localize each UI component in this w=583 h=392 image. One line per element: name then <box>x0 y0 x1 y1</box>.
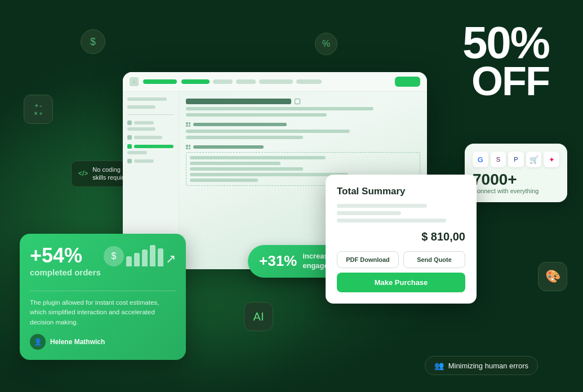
ts-bar-3 <box>337 219 446 222</box>
paypal-icon: P <box>508 152 524 167</box>
content-title-section <box>186 99 420 117</box>
minimizing-errors-badge: 👥 Minimizing human errors <box>425 356 538 375</box>
stats-label: completed orders <box>30 268 101 277</box>
make-purchase-button[interactable]: Make Purchase <box>337 273 465 292</box>
sidebar-dot-3 <box>127 159 132 163</box>
send-quote-button[interactable]: Send Quote <box>403 251 465 268</box>
content-row-with-icon-1 <box>186 122 420 127</box>
ts-bar-1 <box>337 204 427 208</box>
total-summary-bars <box>337 204 465 222</box>
content-bar-2 <box>186 113 327 117</box>
promo-badge: 50% OFF <box>462 23 549 100</box>
sidebar-item-1 <box>127 121 174 131</box>
content-title-bar <box>186 99 291 104</box>
stats-top: +54% completed orders $ ↗ <box>30 244 176 285</box>
stats-bar-1 <box>126 256 132 266</box>
sidebar-bar-2 <box>127 105 155 109</box>
content-bar-4 <box>186 136 303 139</box>
integrations-card: G S P 🛒 ✦ 7000+ Connect with everything <box>465 144 567 202</box>
sidebar-dot-active <box>127 144 132 149</box>
content-row-with-icon-2 <box>186 145 420 149</box>
ai-icon: AI <box>244 302 273 331</box>
stats-divider <box>30 291 176 291</box>
ui-back-button: ‹ <box>130 77 139 86</box>
promo-fifty: 50% <box>462 23 549 63</box>
sidebar-item-2 <box>127 135 174 140</box>
sidebar-bar-7 <box>134 159 154 163</box>
content-section-2 <box>186 122 420 139</box>
integration-subtitle: Connect with everything <box>473 188 559 194</box>
code-icon: </> <box>78 170 88 177</box>
stats-bar-2 <box>134 253 140 266</box>
ui-tab-bar <box>181 79 390 84</box>
total-summary-card: Total Summary $ 810,00 PDF Download Send… <box>326 175 477 304</box>
sidebar-divider <box>127 114 174 115</box>
dollar-bubble: $ <box>81 29 105 54</box>
stats-percent: +54% <box>30 244 101 268</box>
sidebar-bar-3 <box>134 121 154 124</box>
percent-bubble: % <box>315 33 337 55</box>
ui-action-button[interactable] <box>395 77 420 87</box>
stats-bar-5 <box>158 248 163 266</box>
content-bar-9 <box>190 179 258 182</box>
calculator-icon: + - × ÷ <box>24 95 53 124</box>
slack-icon: S <box>491 152 506 167</box>
content-bar-3 <box>186 130 350 133</box>
sidebar-dot-2 <box>127 135 132 140</box>
author-name: Helene Mathwich <box>50 338 105 346</box>
stats-bar-3 <box>142 250 148 266</box>
author-avatar: 👤 <box>30 334 46 350</box>
integration-count: 7000+ <box>473 172 559 188</box>
ui-tab-2[interactable] <box>213 79 233 84</box>
design-icon: 🎨 <box>538 262 567 291</box>
stats-quote: The plugin allowed for instant cost esti… <box>30 298 176 327</box>
ts-bar-2 <box>337 211 401 215</box>
content-bar-1 <box>186 107 373 110</box>
stats-chart-bars <box>126 244 163 266</box>
minimizing-errors-text: Minimizing human errors <box>448 362 528 370</box>
content-section-bar-2 <box>193 145 264 149</box>
content-bar-5 <box>190 156 326 159</box>
content-bar-7 <box>190 167 303 171</box>
ui-tab-5[interactable] <box>296 79 322 84</box>
promo-off: OFF <box>462 63 549 100</box>
total-summary-title: Total Summary <box>337 186 465 197</box>
content-bar-6 <box>190 162 281 165</box>
user-group-icon: 👥 <box>434 361 444 370</box>
sidebar-bar-6 <box>127 151 147 154</box>
content-bar-8 <box>190 173 348 176</box>
ui-breadcrumb <box>143 79 177 84</box>
stats-card: +54% completed orders $ ↗ The plugin all… <box>20 234 186 360</box>
sidebar-item-4 <box>127 159 174 163</box>
content-section-bar-1 <box>193 123 287 126</box>
sidebar-bar-5 <box>134 136 162 139</box>
arrow-icon: ↗ <box>166 252 176 266</box>
stats-coin-icon: $ <box>104 246 124 266</box>
google-icon: G <box>473 152 488 167</box>
engagement-percent: +31% <box>259 252 297 270</box>
sidebar-bar-1 <box>127 97 167 101</box>
pdf-download-button[interactable]: PDF Download <box>337 251 399 268</box>
ui-tab-3[interactable] <box>236 79 256 84</box>
total-summary-actions: PDF Download Send Quote <box>337 251 465 268</box>
total-summary-price: $ 810,00 <box>337 230 465 243</box>
ui-tab-active[interactable] <box>181 79 210 84</box>
sidebar-bar-active <box>134 145 173 148</box>
sidebar-dot-1 <box>127 121 132 125</box>
stats-icon-area: $ ↗ <box>104 244 176 266</box>
ui-header: ‹ <box>123 72 427 92</box>
stats-bar-4 <box>150 245 155 266</box>
slack2-icon: ✦ <box>544 152 559 167</box>
sidebar-item-3 <box>127 144 174 154</box>
integration-icons: G S P 🛒 ✦ <box>473 152 559 167</box>
content-header-row <box>186 99 420 104</box>
stats-author: 👤 Helene Mathwich <box>30 334 176 350</box>
ui-tab-4[interactable] <box>259 79 293 84</box>
edit-icon <box>295 99 300 104</box>
shopify-icon: 🛒 <box>526 152 542 167</box>
sidebar-bar-4 <box>127 127 155 131</box>
